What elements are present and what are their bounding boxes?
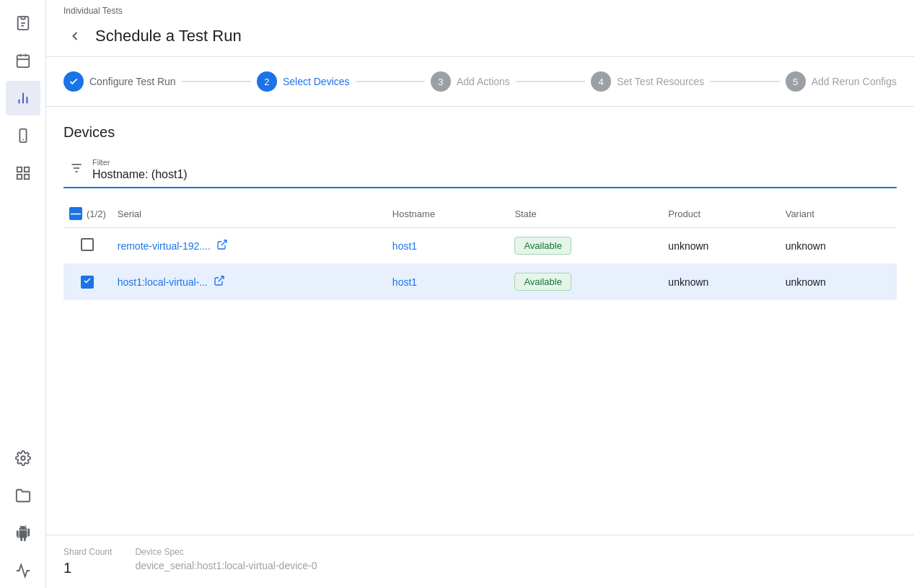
sidebar (0, 0, 46, 588)
table-row: remote-virtual-192.... host1 Available u… (63, 228, 897, 264)
step-connector-1 (182, 81, 251, 82)
sidebar-item-android[interactable] (6, 516, 40, 550)
row-checkbox-cell-1[interactable] (63, 228, 112, 264)
svg-rect-13 (24, 167, 28, 172)
filter-content: Filter Hostname: (host1) (92, 158, 188, 181)
col-product: Product (662, 200, 779, 228)
shard-count-field: Shard Count 1 (63, 547, 112, 576)
svg-rect-15 (24, 175, 28, 179)
serial-link-2[interactable]: host1:local-virtual-... (118, 276, 208, 288)
external-link-icon-2[interactable] (214, 275, 225, 289)
step-label-configure: Configure Test Run (89, 76, 176, 87)
sidebar-item-settings[interactable] (6, 441, 40, 475)
step-circle-configure (63, 71, 84, 92)
step-circle-add-rerun: 5 (786, 71, 806, 92)
hostname-link-1[interactable]: host1 (392, 240, 417, 252)
step-select-devices[interactable]: 2 Select Devices (257, 71, 350, 92)
step-connector-2 (356, 81, 425, 82)
col-hostname: Hostname (387, 200, 509, 228)
hostname-link-2[interactable]: host1 (392, 276, 417, 288)
svg-rect-10 (19, 129, 26, 142)
svg-rect-14 (17, 175, 21, 179)
sidebar-item-dashboard[interactable] (6, 156, 40, 190)
sidebar-item-calendar[interactable] (6, 43, 40, 78)
row-variant-2: unknown (780, 264, 897, 300)
svg-rect-3 (17, 56, 29, 68)
row-variant-1: unknown (780, 228, 897, 264)
row-product-2: unknown (662, 264, 779, 300)
svg-line-20 (221, 240, 227, 245)
table-row: host1:local-virtual-... host1 Available … (63, 264, 897, 300)
col-state: State (509, 200, 662, 228)
svg-rect-12 (17, 167, 21, 172)
device-table: — (1/2) Serial Hostname State Product Va… (63, 200, 897, 300)
step-label-select-devices: Select Devices (283, 76, 350, 87)
row-hostname-2: host1 (387, 264, 509, 300)
external-link-icon-1[interactable] (216, 239, 228, 253)
page-header: Schedule a Test Run (46, 19, 914, 57)
sidebar-item-phone[interactable] (6, 118, 40, 153)
svg-line-21 (219, 276, 224, 281)
row-serial-1: remote-virtual-192.... (112, 228, 387, 264)
filter-icon (69, 161, 84, 179)
device-spec-label: Device Spec (135, 547, 317, 557)
stepper: Configure Test Run 2 Select Devices 3 Ad… (46, 57, 914, 107)
step-add-actions[interactable]: 3 Add Actions (431, 71, 510, 92)
step-circle-set-resources: 4 (591, 71, 611, 92)
row-state-2: Available (509, 264, 662, 300)
breadcrumb: Individual Tests (46, 0, 914, 19)
back-button[interactable] (63, 25, 87, 48)
count-label: (1/2) (87, 209, 106, 219)
step-label-add-rerun: Add Rerun Configs (812, 76, 897, 87)
step-connector-4 (710, 81, 779, 82)
col-serial: Serial (112, 200, 387, 228)
state-badge-2: Available (514, 273, 571, 291)
content-area: Devices Filter Hostname: (host1) — (46, 107, 914, 535)
bottom-section: Shard Count 1 Device Spec device_serial:… (46, 535, 914, 588)
row-checkbox-2[interactable] (81, 276, 94, 289)
shard-count-label: Shard Count (63, 547, 112, 557)
serial-link-1[interactable]: remote-virtual-192.... (118, 240, 211, 252)
filter-label: Filter (92, 158, 188, 167)
page-title: Schedule a Test Run (95, 27, 242, 45)
filter-value: Hostname: (host1) (92, 168, 188, 181)
device-spec-field: Device Spec device_serial:host1:local-vi… (135, 547, 317, 576)
sidebar-item-clipboard[interactable] (6, 6, 40, 40)
svg-point-16 (21, 456, 25, 460)
filter-bar[interactable]: Filter Hostname: (host1) (63, 152, 897, 188)
step-label-set-resources: Set Test Resources (617, 76, 704, 87)
step-configure[interactable]: Configure Test Run (63, 71, 176, 92)
step-circle-add-actions: 3 (431, 71, 451, 92)
sidebar-item-chart[interactable] (6, 81, 40, 115)
sidebar-item-pulse[interactable] (6, 553, 40, 588)
main-content: Individual Tests Schedule a Test Run Con… (46, 0, 914, 588)
row-checkbox-cell-2[interactable] (63, 264, 112, 300)
svg-rect-0 (21, 17, 25, 19)
step-set-resources[interactable]: 4 Set Test Resources (591, 71, 704, 92)
state-badge-1: Available (514, 237, 571, 255)
step-connector-3 (516, 81, 585, 82)
row-hostname-1: host1 (387, 228, 509, 264)
row-product-1: unknown (662, 228, 779, 264)
select-all-checkbox[interactable]: — (69, 207, 82, 220)
step-label-add-actions: Add Actions (457, 76, 510, 87)
select-all-header[interactable]: — (1/2) (63, 200, 112, 228)
section-title-devices: Devices (63, 124, 897, 141)
shard-count-value: 1 (63, 560, 112, 576)
device-spec-value: device_serial:host1:local-virtual-device… (135, 560, 317, 571)
step-add-rerun[interactable]: 5 Add Rerun Configs (786, 71, 897, 92)
row-serial-2: host1:local-virtual-... (112, 264, 387, 300)
col-variant: Variant (780, 200, 897, 228)
step-circle-select-devices: 2 (257, 71, 277, 92)
row-state-1: Available (509, 228, 662, 264)
sidebar-item-folder[interactable] (6, 478, 40, 513)
row-checkbox-1[interactable] (81, 238, 94, 251)
